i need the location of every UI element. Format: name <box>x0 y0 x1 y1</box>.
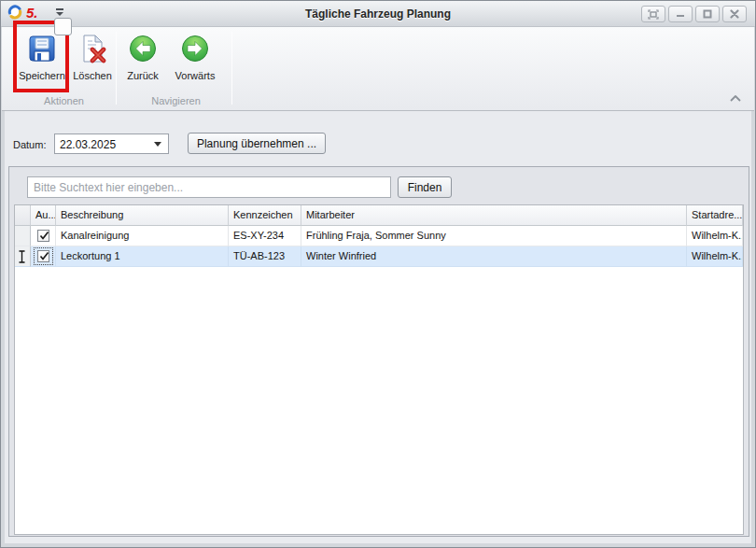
cell-kennzeichen: ES-XY-234 <box>229 226 301 246</box>
column-header-beschreibung[interactable]: Beschreibung <box>56 205 229 226</box>
text-cursor-icon <box>18 250 26 263</box>
row-checkbox[interactable] <box>37 250 49 262</box>
delete-document-icon <box>77 34 107 63</box>
ribbon: Speichern Löschen Z <box>2 27 754 111</box>
back-arrow-icon <box>128 34 158 63</box>
maximize-icon <box>703 9 712 19</box>
header-indicator-cell <box>15 205 31 226</box>
maximize-button[interactable] <box>695 6 720 22</box>
row-checkbox-cell <box>31 226 56 246</box>
back-button-label: Zurück <box>127 70 159 81</box>
save-button-label: Speichern <box>19 70 65 81</box>
table-row[interactable]: Kanalreinigung ES-XY-234 Frühling Fraja,… <box>15 226 743 246</box>
app-window: Tägliche Fahrzeug Planung <box>0 0 756 548</box>
grid-header-row: Au... Beschreibung Kennzeichen Mitarbeit… <box>15 205 743 226</box>
planning-panel: Finden Au... Beschreibung Kennzeichen Mi… <box>8 166 749 537</box>
cell-beschreibung: Leckortung 1 <box>56 246 229 267</box>
ribbon-group-navigate-label: Navigieren <box>119 95 232 108</box>
date-dropdown-button[interactable] <box>149 134 168 153</box>
find-button[interactable]: Finden <box>398 176 452 198</box>
forward-button-label: Vorwärts <box>175 70 216 81</box>
cell-startadresse: Wilhelm-K... <box>687 226 743 246</box>
chevron-down-icon <box>154 142 161 147</box>
vehicle-planning-grid: Au... Beschreibung Kennzeichen Mitarbeit… <box>14 204 744 535</box>
apply-planning-label: Planung übernehmen ... <box>197 137 316 150</box>
row-indicator-cell <box>15 246 31 267</box>
fullscreen-button[interactable] <box>641 6 665 22</box>
fullscreen-icon <box>648 9 659 20</box>
column-header-kennzeichen[interactable]: Kennzeichen <box>229 205 301 226</box>
minimize-button[interactable] <box>668 6 693 22</box>
row-checkbox[interactable] <box>37 230 49 242</box>
cell-mitarbeiter: Frühling Fraja, Sommer Sunny <box>301 226 687 246</box>
window-controls <box>641 6 747 22</box>
date-label: Datum: <box>13 139 46 150</box>
cell-kennzeichen: TÜ-AB-123 <box>229 246 301 267</box>
checkmark-icon <box>38 230 50 242</box>
popup-fragment <box>54 18 72 35</box>
title-bar: Tägliche Fahrzeug Planung <box>1 1 755 27</box>
ribbon-group-separator <box>231 32 232 105</box>
row-indicator-cell <box>15 226 31 246</box>
cell-mitarbeiter: Winter Winfried <box>301 246 687 267</box>
search-input[interactable] <box>27 176 391 198</box>
save-floppy-icon <box>27 34 57 63</box>
collapse-ribbon-icon[interactable] <box>728 92 743 104</box>
date-input[interactable] <box>55 134 148 153</box>
focus-rect <box>35 248 52 264</box>
minimize-icon <box>676 9 685 19</box>
cell-startadresse: Wilhelm-K... <box>687 246 743 267</box>
ribbon-group-actions-label: Aktionen <box>11 95 117 108</box>
checkmark-icon <box>38 250 50 262</box>
row-checkbox-cell <box>31 246 56 267</box>
apply-planning-button[interactable]: Planung übernehmen ... <box>188 133 326 154</box>
find-button-label: Finden <box>408 181 442 194</box>
ribbon-group-separator <box>116 32 117 105</box>
close-icon <box>730 9 739 19</box>
column-header-ausgewaehlt[interactable]: Au... <box>31 205 56 226</box>
date-combobox[interactable] <box>54 133 169 154</box>
cell-beschreibung: Kanalreinigung <box>56 226 229 246</box>
forward-arrow-icon <box>180 34 210 63</box>
step-annotation-label: 5. <box>26 5 38 21</box>
table-row-selected[interactable]: Leckortung 1 TÜ-AB-123 Winter Winfried W… <box>15 246 743 267</box>
delete-button-label: Löschen <box>73 70 112 81</box>
column-header-startadresse[interactable]: Startadre... <box>687 205 743 226</box>
close-button[interactable] <box>722 6 747 22</box>
column-header-mitarbeiter[interactable]: Mitarbeiter <box>301 205 687 226</box>
